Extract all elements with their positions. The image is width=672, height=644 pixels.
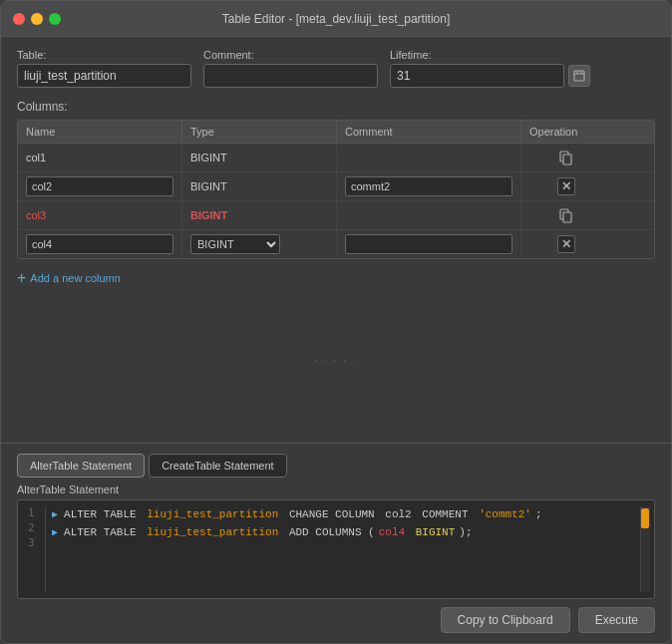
window-title: Table Editor - [meta_dev.liuji_test_part… xyxy=(222,12,451,26)
td-type-1: BIGINT xyxy=(182,144,337,171)
line-num-2: 2 xyxy=(28,521,39,534)
td-comment-3 xyxy=(337,201,521,229)
columns-section-label: Columns: xyxy=(17,100,655,114)
columns-table: Name Type Comment Operation col1 BIGINT xyxy=(17,120,655,259)
comment-label: Comment: xyxy=(203,49,378,61)
kw-table-name-2: liuji_test_partition xyxy=(147,526,285,538)
svg-rect-7 xyxy=(563,212,571,222)
td-comment-2 xyxy=(337,172,521,200)
divider-area: · · · · · xyxy=(17,289,655,431)
type-select-wrapper: BIGINT INT STRING VARCHAR xyxy=(190,234,328,254)
td-comment-4 xyxy=(337,230,521,258)
drag-handle[interactable]: · · · · · xyxy=(314,355,357,366)
statement-label: AlterTable Statement xyxy=(17,483,655,495)
kw-bigint: BIGINT xyxy=(416,526,456,538)
col3-op-icon[interactable] xyxy=(557,206,575,224)
lifetime-row xyxy=(390,64,590,88)
td-name-4 xyxy=(18,230,182,258)
bottom-panel: AlterTable Statement CreateTable Stateme… xyxy=(1,443,671,599)
kw-semi-2: ); xyxy=(459,526,472,538)
traffic-lights xyxy=(13,13,61,25)
comment-input[interactable] xyxy=(203,64,378,88)
col3-type: BIGINT xyxy=(190,209,227,221)
table-input[interactable] xyxy=(17,64,191,88)
kw-semi-1: ; xyxy=(535,508,542,520)
svg-rect-5 xyxy=(563,155,571,164)
kw-add-cols: ADD COLUMNS ( xyxy=(289,526,375,538)
td-type-3: BIGINT xyxy=(182,201,337,229)
close-button[interactable] xyxy=(13,13,25,25)
main-window: Table Editor - [meta_dev.liuji_test_part… xyxy=(0,0,672,644)
execute-button[interactable]: Execute xyxy=(578,607,655,633)
kw-alter-1: ALTER TABLE xyxy=(64,508,143,520)
run-arrow-2[interactable]: ▶ xyxy=(52,526,58,538)
td-op-3 xyxy=(521,201,611,229)
svg-rect-0 xyxy=(574,71,584,81)
lifetime-input[interactable] xyxy=(390,64,564,88)
add-plus-icon: + xyxy=(17,270,26,286)
code-line-2: ▶ ALTER TABLE liuji_test_partition ADD C… xyxy=(52,524,640,540)
col1-type: BIGINT xyxy=(190,152,227,163)
code-area: 1 2 3 ▶ ALTER TABLE liuji_test_partition… xyxy=(17,499,655,599)
add-column-btn[interactable]: + Add a new column xyxy=(17,267,655,289)
lifetime-icon-btn[interactable] xyxy=(568,65,590,87)
td-type-2: BIGINT xyxy=(182,172,337,200)
code-line-3 xyxy=(52,542,640,558)
table-row: col3 BIGINT xyxy=(18,201,654,230)
line-numbers: 1 2 3 xyxy=(22,506,46,592)
col2-comment-input[interactable] xyxy=(345,176,512,196)
kw-commt2: 'commt2' xyxy=(479,508,531,520)
col4-delete-btn[interactable]: ✕ xyxy=(557,235,575,253)
td-name-3: col3 xyxy=(18,201,182,229)
top-fields: Table: Comment: Lifetime: xyxy=(17,49,655,88)
table-row: BIGINT INT STRING VARCHAR ✕ xyxy=(18,230,654,258)
kw-change: CHANGE COLUMN xyxy=(289,508,381,520)
th-operation: Operation xyxy=(521,121,611,143)
col2-name-input[interactable] xyxy=(26,176,173,196)
table-label: Table: xyxy=(17,49,191,61)
table-header: Name Type Comment Operation xyxy=(18,121,654,144)
col1-op-icon[interactable] xyxy=(557,149,575,166)
th-name: Name xyxy=(18,121,182,143)
maximize-button[interactable] xyxy=(49,13,61,25)
kw-col4: col4 xyxy=(379,526,412,538)
col1-name: col1 xyxy=(26,152,46,163)
add-column-label: Add a new column xyxy=(30,272,121,284)
kw-table-name-1: liuji_test_partition xyxy=(147,508,285,520)
th-type: Type xyxy=(182,121,337,143)
td-comment-1 xyxy=(337,144,521,171)
td-op-4: ✕ xyxy=(521,230,611,258)
col2-delete-btn[interactable]: ✕ xyxy=(557,177,575,195)
td-type-4: BIGINT INT STRING VARCHAR xyxy=(182,230,337,258)
titlebar: Table Editor - [meta_dev.liuji_test_part… xyxy=(1,1,671,37)
tab-create-statement[interactable]: CreateTable Statement xyxy=(149,454,287,478)
scrollbar-thumb xyxy=(641,508,649,528)
code-line-1: ▶ ALTER TABLE liuji_test_partition CHANG… xyxy=(52,506,640,522)
kw-comment-kw: COMMENT xyxy=(422,508,475,520)
table-field-group: Table: xyxy=(17,49,191,88)
lifetime-label: Lifetime: xyxy=(390,49,590,61)
tab-alter-statement[interactable]: AlterTable Statement xyxy=(17,454,145,478)
lifetime-field-group: Lifetime: xyxy=(390,49,590,88)
td-name-2 xyxy=(18,172,182,200)
th-comment: Comment xyxy=(337,121,521,143)
scrollbar[interactable] xyxy=(640,506,650,592)
col4-comment-input[interactable] xyxy=(345,234,512,254)
td-op-2: ✕ xyxy=(521,172,611,200)
td-name-1: col1 xyxy=(18,144,182,171)
run-arrow-1[interactable]: ▶ xyxy=(52,508,58,520)
table-row: BIGINT ✕ xyxy=(18,172,654,201)
copy-to-clipboard-button[interactable]: Copy to Clipboard xyxy=(441,607,570,633)
col4-type-select[interactable]: BIGINT INT STRING VARCHAR xyxy=(190,234,280,254)
line-num-1: 1 xyxy=(28,506,39,519)
td-op-1 xyxy=(521,144,611,171)
tabs-row: AlterTable Statement CreateTable Stateme… xyxy=(17,454,655,478)
comment-field-group: Comment: xyxy=(203,49,378,88)
line-num-3: 3 xyxy=(28,536,39,549)
minimize-button[interactable] xyxy=(31,13,43,25)
bottom-bar: Copy to Clipboard Execute xyxy=(1,599,671,643)
kw-alter-2: ALTER TABLE xyxy=(64,526,143,538)
table-row: col1 BIGINT xyxy=(18,144,654,172)
col4-name-input[interactable] xyxy=(26,234,173,254)
kw-col2: col2 xyxy=(385,508,418,520)
